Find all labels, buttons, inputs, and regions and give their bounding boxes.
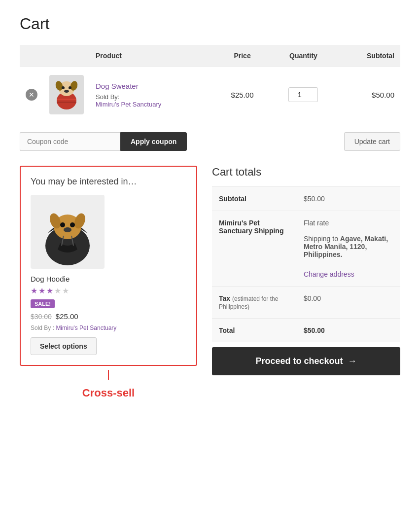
cross-sell-sold-by: Sold By : Mimiru's Pet Sanctuary [31,325,116,331]
col-price-header: Price [214,45,270,67]
price-cell: $25.00 [214,67,270,123]
shipping-row: Mimiru's Pet Sanctuary Shipping Flat rat… [212,211,400,287]
remove-cell: ✕ [20,67,43,123]
star-rating: ★ ★ ★ ★ ★ [31,286,69,295]
change-address-link[interactable]: Change address [304,270,393,278]
svg-rect-8 [57,102,76,103]
product-name-link[interactable]: Dog Sweater [96,82,139,90]
svg-point-5 [69,86,71,89]
svg-point-13 [60,222,65,227]
proceed-to-checkout-button[interactable]: Proceed to checkout → [212,347,400,375]
star-4: ★ [54,286,61,295]
cross-sell-annotation: Cross-sell [82,387,135,399]
subtotal-value: $50.00 [297,187,400,211]
subtotal-label: Subtotal [212,187,297,211]
price-block: $30.00 $25.00 [31,312,78,321]
tax-row: Tax (estimated for the Philippines) $0.0… [212,287,400,319]
sale-badge: SALE! [31,299,55,308]
svg-point-14 [70,222,75,227]
total-row: Total $50.00 [212,319,400,343]
old-price: $30.00 [31,313,52,321]
svg-rect-7 [57,99,76,100]
quantity-input[interactable] [288,87,318,102]
subtotal-row: Subtotal $50.00 [212,187,400,211]
cross-sell-product-card: Dog Hoodie ★ ★ ★ ★ ★ SALE! $30.00 $25.00… [31,195,186,355]
dog-sweater-image [49,75,84,114]
coupon-row: Apply coupon Update cart [20,132,400,151]
col-product-header: Product [90,45,214,67]
table-row: ✕ [20,67,400,123]
star-2: ★ [38,286,45,295]
select-options-button[interactable]: Select options [31,337,97,355]
star-1: ★ [31,286,37,295]
col-subtotal-header: Subtotal [337,45,400,67]
cross-sell-box: You may be interested in… [20,166,197,366]
shipping-label: Mimiru's Pet Sanctuary Shipping [212,211,297,287]
shipping-info: Flat rate Shipping to Agave, Makati, Met… [297,211,400,287]
cart-totals-title: Cart totals [212,166,400,179]
cross-sell-product-name: Dog Hoodie [31,275,70,283]
total-label: Total [212,319,297,343]
svg-point-15 [64,227,71,232]
product-thumbnail [49,75,84,114]
cross-sell-section: You may be interested in… [20,166,197,399]
sold-by-info: Sold By: Mimiru's Pet Sanctuary [96,93,209,108]
cross-sell-line [108,370,109,380]
cross-sell-title: You may be interested in… [31,177,186,187]
cart-table: Product Price Quantity Subtotal ✕ [20,45,400,122]
star-5: ★ [62,286,69,295]
svg-point-4 [62,86,65,89]
remove-item-button[interactable]: ✕ [26,89,37,101]
new-price: $25.00 [56,312,78,321]
star-3: ★ [46,286,53,295]
product-info-cell: Dog Sweater Sold By: Mimiru's Pet Sanctu… [90,67,214,123]
apply-coupon-button[interactable]: Apply coupon [120,132,187,151]
tax-value: $0.00 [297,287,400,319]
total-value: $50.00 [297,319,400,343]
totals-table: Subtotal $50.00 Mimiru's Pet Sanctuary S… [212,186,400,342]
dog-hoodie-svg [33,196,102,268]
col-qty-header: Quantity [270,45,337,67]
svg-point-6 [64,90,69,93]
quantity-cell [270,67,337,123]
subtotal-cell: $50.00 [337,67,400,123]
cross-sell-sold-by-link[interactable]: Mimiru's Pet Sanctuary [56,325,116,331]
page-title: Cart [20,15,400,33]
col-thumb-header [43,45,90,67]
thumbnail-cell [43,67,90,123]
sold-by-link[interactable]: Mimiru's Pet Sanctuary [96,101,161,108]
bottom-section: You may be interested in… [20,166,400,399]
col-remove-header [20,45,43,67]
update-cart-button[interactable]: Update cart [344,132,400,151]
cart-totals-section: Cart totals Subtotal $50.00 Mimiru's Pet… [212,166,400,375]
cross-sell-product-image [31,195,105,269]
tax-label: Tax (estimated for the Philippines) [212,287,297,319]
coupon-input[interactable] [20,132,120,151]
